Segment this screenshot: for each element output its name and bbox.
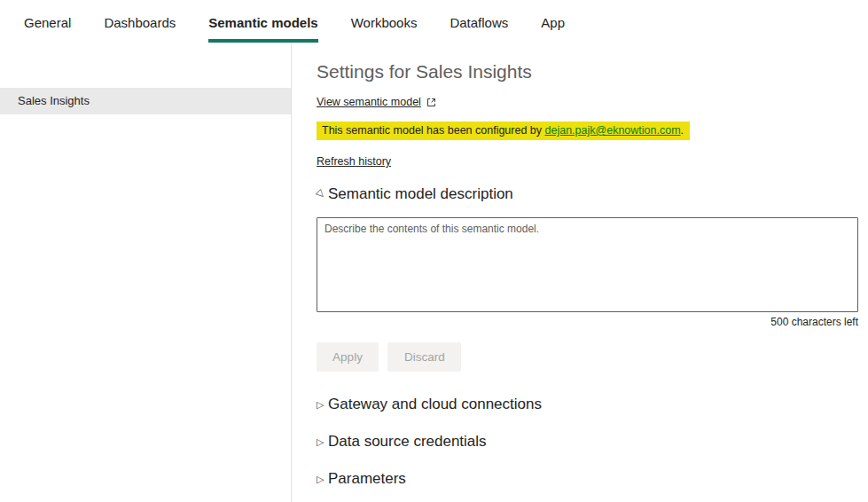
section-parameters[interactable]: ▷ Parameters [317,469,858,489]
configured-note-period: . [681,124,684,137]
tab-dashboards[interactable]: Dashboards [104,14,176,43]
collapsed-sections: ▷ Gateway and cloud connections ▷ Data s… [317,395,858,489]
tab-dataflows[interactable]: Dataflows [450,14,508,43]
description-textarea[interactable] [317,217,858,312]
section-data-source-credentials[interactable]: ▷ Data source credentials [317,432,858,451]
section-gateway-and-cloud-connections[interactable]: ▷ Gateway and cloud connections [317,395,858,414]
refresh-history-link[interactable]: Refresh history [317,155,391,168]
view-semantic-model-link[interactable]: View semantic model [317,96,421,108]
view-semantic-model-row: View semantic model [317,96,858,108]
description-actions: Apply Discard [317,342,858,372]
configured-note-row: This semantic model has been configured … [317,122,858,140]
section-title: Semantic model description [328,184,513,204]
content-area: Sales Insights Settings for Sales Insigh… [0,43,868,502]
configured-note-text: This semantic model has been configured … [322,124,545,137]
tab-general[interactable]: General [24,14,71,43]
tab-workbooks[interactable]: Workbooks [351,14,418,43]
triangle-collapsed-icon: ▷ [317,400,328,410]
section-title: Data source credentials [328,432,487,451]
top-tab-bar: General Dashboards Semantic models Workb… [0,0,868,43]
triangle-collapsed-icon: ▷ [317,437,328,447]
sidebar-item-sales-insights[interactable]: Sales Insights [0,88,291,114]
tab-app[interactable]: App [541,14,565,43]
characters-left-label: 500 characters left [317,316,858,328]
refresh-history-row: Refresh history [317,153,858,169]
section-title: Parameters [328,469,406,489]
triangle-collapsed-icon: ▷ [317,475,328,484]
configured-note-highlight: This semantic model has been configured … [317,122,690,140]
section-title: Gateway and cloud connections [328,395,542,414]
discard-button[interactable]: Discard [387,342,461,372]
configured-by-email-link[interactable]: dejan.pajk@eknowtion.com [545,124,681,137]
semantic-model-list-sidebar: Sales Insights [0,43,292,502]
section-semantic-model-description[interactable]: ▷ Semantic model description [317,184,858,204]
tab-semantic-models[interactable]: Semantic models [208,14,317,43]
apply-button[interactable]: Apply [317,342,379,372]
settings-pane: Settings for Sales Insights View semanti… [292,43,868,502]
external-link-icon [426,98,436,107]
page-title: Settings for Sales Insights [317,60,858,83]
